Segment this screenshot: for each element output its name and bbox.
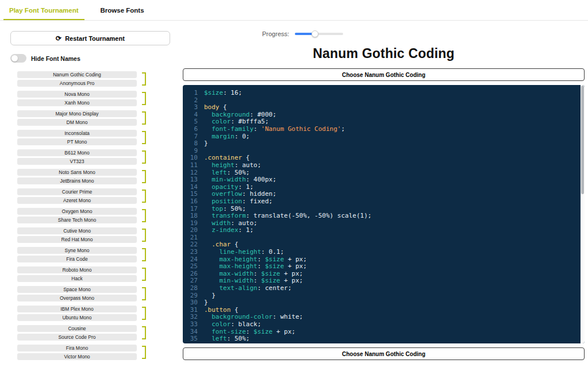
bracket-connector — [142, 111, 146, 125]
line-number: 6 — [183, 126, 198, 133]
bracket-font-name: Nova Mono — [17, 91, 137, 98]
content: ⟳ Restart Tournament Hide Font Names Nan… — [0, 21, 588, 371]
code-line: 20 z-index: 1; — [183, 227, 585, 234]
bracket-pair-names: CousineSource Code Pro — [17, 325, 137, 341]
hide-font-names-label: Hide Font Names — [31, 55, 80, 62]
bracket-font-name: Courier Prime — [17, 188, 137, 195]
bracket-pair: Nova MonoXanh Mono — [17, 91, 179, 106]
progress-slider-thumb[interactable] — [312, 30, 318, 37]
code-preview-panel: 1$size: 16;23body {4 background: #000;5 … — [183, 85, 585, 343]
bracket-pair: Cutive MonoRed Hat Mono — [17, 227, 179, 243]
code-line: 21 — [183, 234, 585, 242]
code-line: 28 text-align: center; — [183, 285, 585, 292]
code-scrollbar-thumb[interactable] — [581, 86, 584, 194]
bracket-pair: B612 MonoVT323 — [17, 149, 179, 165]
line-number: 8 — [183, 140, 198, 148]
hide-font-names-row: Hide Font Names — [10, 54, 179, 63]
bracket-font-name: Oxygen Mono — [17, 208, 137, 215]
line-number: 35 — [183, 335, 198, 343]
bracket-font-name: Noto Sans Mono — [17, 169, 137, 176]
bracket-pair: Courier PrimeAzeret Mono — [17, 188, 179, 204]
tournament-bracket: Nanum Gothic CodingAnonymous ProNova Mon… — [17, 71, 179, 360]
progress-slider[interactable] — [295, 33, 343, 35]
code-scrollbar[interactable] — [581, 85, 585, 343]
bracket-pair: InconsolataPT Mono — [17, 130, 179, 145]
bracket-connector — [142, 248, 146, 261]
bracket-font-name: Ubuntu Mono — [17, 314, 137, 321]
code-lines: 1$size: 16;23body {4 background: #000;5 … — [183, 90, 585, 343]
bracket-font-name: Red Hat Mono — [17, 236, 137, 243]
bracket-connector — [142, 150, 146, 164]
page: Play Font Tournament Browse Fonts ⟳ Rest… — [0, 0, 588, 371]
line-number: 30 — [183, 299, 198, 307]
bracket-font-name: Anonymous Pro — [17, 80, 137, 87]
line-number: 20 — [183, 227, 198, 234]
bracket-pair: Roboto MonoHack — [17, 266, 179, 282]
bracket-font-name: Cutive Mono — [17, 227, 137, 234]
bracket-pair: CousineSource Code Pro — [17, 325, 179, 341]
bracket-pair-names: Nanum Gothic CodingAnonymous Pro — [17, 71, 137, 87]
bracket-connector — [142, 209, 146, 222]
bracket-font-name: Space Mono — [17, 286, 137, 293]
code-line: 2 — [183, 97, 585, 105]
bracket-font-name: Overpass Mono — [17, 295, 137, 302]
matchup-panel: Progress: Nanum Gothic Coding Choose Nan… — [179, 21, 588, 371]
refresh-icon: ⟳ — [56, 35, 62, 42]
toggle-knob — [11, 55, 18, 61]
progress-label: Progress: — [262, 30, 289, 37]
code-line: 29 } — [183, 292, 585, 300]
bracket-connector — [142, 170, 146, 183]
choose-font-button-bottom[interactable]: Choose Nanum Gothic Coding — [183, 347, 585, 360]
line-number: 11 — [183, 162, 198, 169]
tab-browse-fonts[interactable]: Browse Fonts — [95, 0, 150, 20]
bracket-pair-names: Space MonoOverpass Mono — [17, 286, 137, 302]
bracket-font-name: Source Code Pro — [17, 334, 137, 341]
bracket-font-name: Azeret Mono — [17, 197, 137, 204]
bracket-font-name: PT Mono — [17, 138, 137, 145]
bracket-connector — [142, 92, 146, 105]
line-number: 16 — [183, 198, 198, 206]
bracket-connector — [142, 287, 146, 300]
bracket-pair: Space MonoOverpass Mono — [17, 286, 179, 302]
restart-tournament-button[interactable]: ⟳ Restart Tournament — [10, 31, 170, 45]
bracket-font-name: Hack — [17, 275, 137, 282]
bracket-font-name: IBM Plex Mono — [17, 306, 137, 312]
tab-bar: Play Font Tournament Browse Fonts — [0, 0, 588, 21]
tab-play-font-tournament[interactable]: Play Font Tournament — [3, 0, 84, 20]
line-number: 23 — [183, 249, 198, 256]
line-number: 33 — [183, 321, 198, 329]
code-line: 8} — [183, 140, 585, 148]
bracket-pair-names: IBM Plex MonoUbuntu Mono — [17, 306, 137, 321]
code-line: 30} — [183, 299, 585, 307]
bracket-pair-names: Noto Sans MonoJetBrains Mono — [17, 169, 137, 184]
choose-font-button-top[interactable]: Choose Nanum Gothic Coding — [183, 68, 585, 81]
bracket-pair: Fira MonoVictor Mono — [17, 345, 179, 360]
bracket-pair: Major Mono DisplayDM Mono — [17, 110, 179, 126]
line-number: 13 — [183, 176, 198, 184]
line-number: 1 — [183, 90, 198, 97]
bracket-font-name: Nanum Gothic Coding — [17, 71, 137, 78]
current-font-title: Nanum Gothic Coding — [183, 46, 585, 61]
bracket-font-name: Victor Mono — [17, 353, 137, 360]
hide-font-names-toggle[interactable] — [10, 54, 26, 63]
progress-row: Progress: — [262, 30, 585, 38]
bracket-font-name: Major Mono Display — [17, 110, 137, 117]
bracket-font-name: Syne Mono — [17, 247, 137, 254]
bracket-font-name: Xanh Mono — [17, 99, 137, 106]
bracket-pair-names: InconsolataPT Mono — [17, 130, 137, 145]
bracket-pair-names: Cutive MonoRed Hat Mono — [17, 227, 137, 243]
bracket-connector — [142, 346, 146, 359]
code-line: 7 margin: 0; — [183, 133, 585, 141]
bracket-pair-names: Syne MonoFira Code — [17, 247, 137, 262]
bracket-connector — [142, 326, 146, 339]
bracket-pair-names: Major Mono DisplayDM Mono — [17, 110, 137, 126]
bracket-pair: Noto Sans MonoJetBrains Mono — [17, 169, 179, 184]
bracket-connector — [142, 131, 146, 144]
bracket-pair: IBM Plex MonoUbuntu Mono — [17, 306, 179, 321]
bracket-font-name: DM Mono — [17, 119, 137, 126]
bracket-font-name: B612 Mono — [17, 149, 137, 156]
bracket-font-name: Share Tech Mono — [17, 217, 137, 223]
bracket-font-name: Fira Mono — [17, 345, 137, 351]
line-number: 28 — [183, 285, 198, 292]
bracket-pair-names: Oxygen MonoShare Tech Mono — [17, 208, 137, 223]
